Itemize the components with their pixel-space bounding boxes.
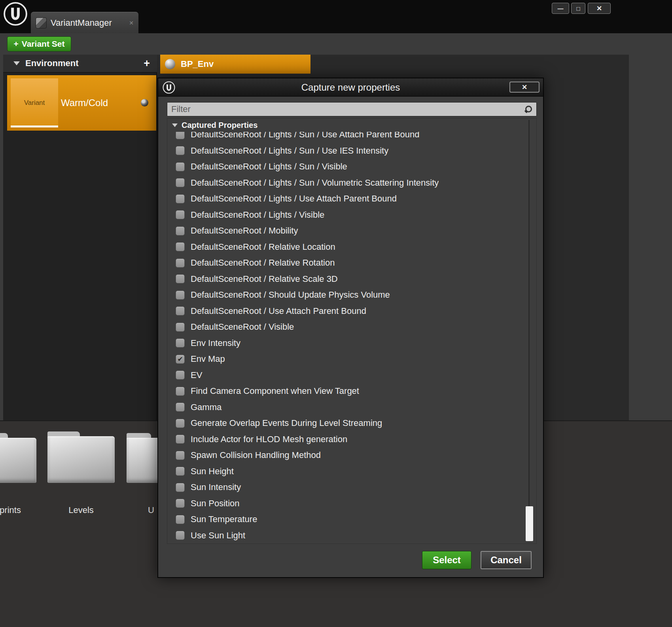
property-row[interactable]: ✔ DefaultSceneRoot / Lights / Sun / Use … — [167, 132, 536, 143]
property-checkbox[interactable]: ✔ — [176, 403, 185, 412]
close-button[interactable]: ✕ — [588, 3, 611, 14]
variant-set-row-environment[interactable]: Environment + — [3, 55, 157, 73]
property-label: DefaultSceneRoot / Lights / Sun / Volume… — [191, 178, 439, 188]
variant-manager-toolbar: + Variant Set Actors + Properties + Valu… — [0, 33, 672, 55]
dialog-close-button[interactable]: ✕ — [509, 82, 539, 93]
actor-row-bp-env[interactable]: BP_Env — [160, 55, 310, 74]
property-row[interactable]: ✔ Spawn Collision Handling Method — [167, 447, 536, 464]
property-checkbox[interactable]: ✔ — [176, 531, 185, 540]
property-label: DefaultSceneRoot / Lights / Use Attach P… — [191, 194, 397, 204]
property-checkbox[interactable]: ✔ — [176, 499, 185, 508]
property-checkbox[interactable]: ✔ — [176, 210, 185, 219]
dialog-body: Captured Properties ✔ DefaultSceneRoot /… — [167, 118, 537, 544]
property-row[interactable]: ✔ DefaultSceneRoot / Lights / Sun / Visi… — [167, 159, 536, 175]
expand-arrow-icon[interactable] — [13, 61, 20, 65]
property-list: ✔ DefaultSceneRoot / Lights / Sun / Use … — [167, 132, 536, 544]
captured-properties-header[interactable]: Captured Properties — [167, 118, 536, 132]
tab-title: VariantManager — [51, 18, 112, 28]
property-checkbox[interactable]: ✔ — [176, 132, 185, 139]
maximize-button[interactable]: □ — [571, 3, 585, 14]
property-checkbox[interactable]: ✔ — [176, 435, 185, 444]
variant-active-radio[interactable] — [141, 99, 148, 106]
variant-row-warm-cold[interactable]: Variant Warm/Cold — [7, 75, 156, 131]
property-checkbox[interactable]: ✔ — [176, 306, 185, 315]
property-row[interactable]: ✔ EV — [167, 367, 536, 384]
property-checkbox[interactable]: ✔ — [176, 258, 185, 268]
property-checkbox[interactable]: ✔ — [176, 162, 185, 171]
folder-icon[interactable] — [47, 431, 115, 483]
property-row[interactable]: ✔ DefaultSceneRoot / Lights / Sun / Volu… — [167, 175, 536, 191]
property-row[interactable]: ✔ Sun Intensity — [167, 479, 536, 496]
variant-thumbnail-label: Variant — [24, 99, 45, 107]
property-checkbox[interactable]: ✔ — [176, 274, 185, 283]
property-checkbox[interactable]: ✔ — [176, 194, 185, 203]
add-variant-icon[interactable]: + — [144, 57, 150, 70]
variant-thumbnail[interactable]: Variant — [11, 78, 58, 127]
property-checkbox[interactable]: ✔ — [176, 355, 185, 364]
property-checkbox[interactable]: ✔ — [176, 451, 185, 460]
property-row[interactable]: ✔ Sun Position — [167, 496, 536, 512]
property-label: Use Sun Light — [191, 530, 245, 541]
property-row[interactable]: ✔ DefaultSceneRoot / Relative Scale 3D — [167, 271, 536, 287]
property-checkbox[interactable]: ✔ — [176, 370, 185, 380]
tab-variantmanager[interactable]: VariantManager ✕ — [31, 12, 138, 33]
property-row[interactable]: ✔ DefaultSceneRoot / Mobility — [167, 223, 536, 239]
dialog-scrollbar-track[interactable] — [528, 120, 530, 540]
property-row[interactable]: ✔ DefaultSceneRoot / Relative Location — [167, 239, 536, 255]
property-label: DefaultSceneRoot / Lights / Visible — [191, 210, 324, 220]
property-checkbox[interactable]: ✔ — [176, 467, 185, 476]
property-row[interactable]: ✔ DefaultSceneRoot / Lights / Use Attach… — [167, 191, 536, 207]
property-checkbox[interactable]: ✔ — [176, 483, 185, 492]
property-row[interactable]: ✔ Sun Temperature — [167, 511, 536, 528]
window-titlebar: — □ ✕ VariantManager ✕ — [0, 0, 672, 33]
search-icon — [524, 105, 532, 113]
property-row[interactable]: ✔ Generate Overlap Events During Level S… — [167, 415, 536, 431]
property-row[interactable]: ✔ DefaultSceneRoot / Lights / Sun / Use … — [167, 143, 536, 159]
folder-icon[interactable] — [0, 433, 36, 483]
property-row[interactable]: ✔ DefaultSceneRoot / Should Update Physi… — [167, 287, 536, 303]
property-checkbox[interactable]: ✔ — [176, 242, 185, 251]
property-row[interactable]: ✔ Gamma — [167, 399, 536, 416]
property-checkbox[interactable]: ✔ — [176, 419, 185, 428]
tab-close-icon[interactable]: ✕ — [129, 20, 134, 26]
property-checkbox[interactable]: ✔ — [176, 178, 185, 187]
dialog-filter-input[interactable] — [171, 104, 524, 114]
property-checkbox[interactable]: ✔ — [176, 146, 185, 155]
property-label: Gamma — [191, 402, 221, 412]
property-label: Spawn Collision Handling Method — [191, 450, 321, 460]
property-row[interactable]: ✔ DefaultSceneRoot / Relative Rotation — [167, 255, 536, 271]
property-checkbox[interactable]: ✔ — [176, 338, 185, 348]
add-variant-set-label: Variant Set — [22, 39, 65, 49]
property-checkbox[interactable]: ✔ — [176, 387, 185, 396]
property-row[interactable]: ✔ Sun Height — [167, 464, 536, 480]
expand-arrow-icon[interactable] — [172, 124, 178, 127]
property-checkbox[interactable]: ✔ — [176, 226, 185, 236]
property-row[interactable]: ✔ Env Intensity — [167, 335, 536, 352]
actor-label: BP_Env — [181, 59, 214, 69]
property-row[interactable]: ✔ Use Sun Light — [167, 528, 536, 544]
add-variant-set-button[interactable]: + Variant Set — [7, 36, 71, 51]
dialog-titlebar[interactable]: Capture new properties ✕ — [158, 78, 543, 97]
dialog-scrollbar-thumb[interactable] — [526, 506, 533, 541]
dialog-title: Capture new properties — [158, 82, 543, 93]
property-checkbox[interactable]: ✔ — [176, 323, 185, 332]
plus-icon: + — [14, 39, 19, 49]
property-row[interactable]: ✔ Include Actor for HLOD Mesh generation — [167, 431, 536, 448]
property-checkbox[interactable]: ✔ — [176, 515, 185, 524]
property-row[interactable]: ✔ DefaultSceneRoot / Lights / Visible — [167, 207, 536, 223]
property-row[interactable]: ✔ DefaultSceneRoot / Visible — [167, 319, 536, 335]
variant-set-label: Environment — [25, 58, 78, 68]
property-label: DefaultSceneRoot / Relative Rotation — [191, 258, 335, 268]
cancel-button[interactable]: Cancel — [481, 551, 532, 569]
minimize-button[interactable]: — — [552, 3, 569, 14]
property-row[interactable]: ✔ Env Map — [167, 351, 536, 367]
select-button[interactable]: Select — [422, 551, 471, 569]
property-checkbox[interactable]: ✔ — [176, 291, 185, 300]
property-row[interactable]: ✔ Find Camera Component when View Target — [167, 383, 536, 399]
dialog-filter[interactable] — [167, 102, 537, 116]
property-label: DefaultSceneRoot / Visible — [191, 322, 294, 332]
property-row[interactable]: ✔ DefaultSceneRoot / Use Attach Parent B… — [167, 303, 536, 319]
actor-sphere-icon — [165, 59, 175, 69]
variant-name: Warm/Cold — [61, 75, 108, 131]
property-label: Sun Height — [191, 466, 234, 477]
